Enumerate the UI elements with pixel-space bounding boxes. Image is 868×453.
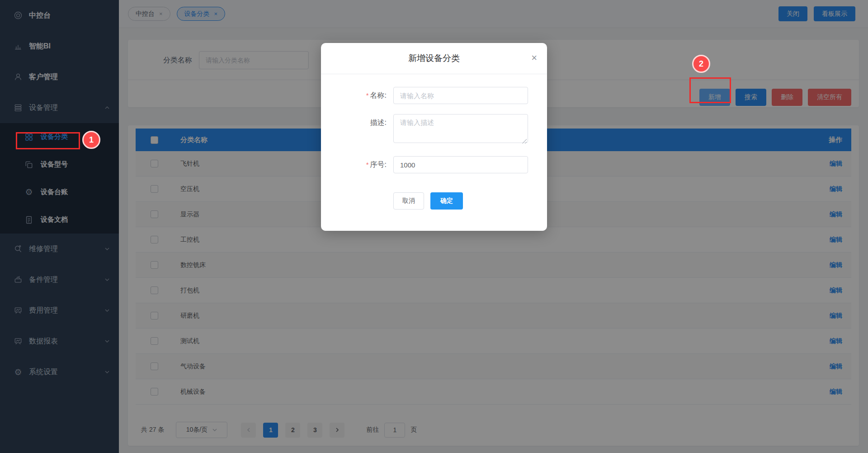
annotation-box-step2: [689, 77, 731, 103]
name-input[interactable]: [393, 87, 528, 104]
cancel-button[interactable]: 取消: [393, 192, 424, 210]
annotation-badge-step1: 1: [82, 131, 100, 149]
serial-field-label: *序号:: [321, 156, 393, 173]
dialog-title: 新增设备分类: [408, 52, 460, 64]
add-category-dialog: 新增设备分类 × *名称: 描述: *序号: 取消 确定: [321, 43, 547, 231]
name-field-label: *名称:: [321, 87, 393, 104]
required-mark: *: [366, 91, 369, 99]
description-textarea[interactable]: [393, 114, 528, 143]
app-window: 中控台 智能BI 客户管理 设备管理: [0, 0, 868, 453]
annotation-badge-step2: 2: [692, 55, 710, 73]
required-mark: *: [366, 161, 369, 168]
annotation-box-step1: [16, 132, 80, 149]
dialog-close-icon[interactable]: ×: [531, 53, 537, 63]
desc-field-label: 描述:: [321, 114, 393, 145]
serial-input[interactable]: [393, 156, 528, 173]
confirm-button[interactable]: 确定: [430, 192, 463, 210]
